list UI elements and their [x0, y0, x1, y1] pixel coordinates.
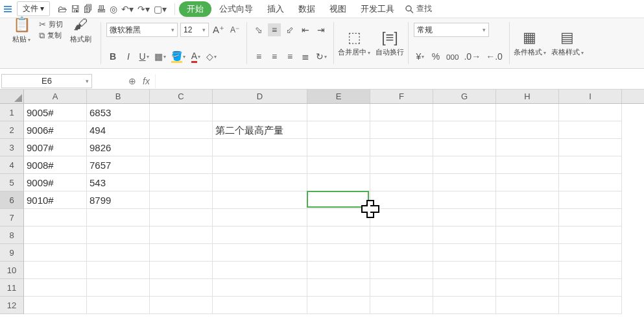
- italic-button[interactable]: I: [122, 50, 135, 63]
- cell-C3[interactable]: [150, 139, 213, 156]
- cell-E11[interactable]: [307, 279, 370, 297]
- cell-I4[interactable]: [559, 156, 622, 174]
- table-style-button[interactable]: ▤ 表格样式▾: [549, 19, 586, 67]
- cell-A4[interactable]: 9008#: [24, 156, 87, 174]
- row-header-10[interactable]: 10: [0, 262, 24, 279]
- column-header-G[interactable]: G: [433, 90, 496, 103]
- cell-C11[interactable]: [150, 279, 213, 297]
- cell-B3[interactable]: 9826: [87, 139, 150, 156]
- cell-A5[interactable]: 9009#: [24, 174, 87, 191]
- cell-A10[interactable]: [24, 262, 87, 279]
- row-header-2[interactable]: 2: [0, 121, 24, 139]
- cell-A3[interactable]: 9007#: [24, 139, 87, 156]
- column-header-B[interactable]: B: [87, 90, 150, 103]
- cell-A6[interactable]: 9010#: [24, 191, 87, 209]
- save-icon[interactable]: 🖫: [71, 4, 80, 14]
- tab-data[interactable]: 数据: [292, 1, 322, 18]
- tab-start[interactable]: 开始: [179, 1, 211, 17]
- cell-F12[interactable]: [370, 297, 433, 314]
- row-header-1[interactable]: 1: [0, 104, 24, 121]
- cell-F6[interactable]: [370, 191, 433, 209]
- cell-G3[interactable]: [433, 139, 496, 156]
- column-header-A[interactable]: A: [24, 90, 87, 103]
- cell-C9[interactable]: [150, 244, 213, 262]
- cell-B5[interactable]: 543: [87, 174, 150, 191]
- cell-F11[interactable]: [370, 279, 433, 297]
- cell-I10[interactable]: [559, 262, 622, 279]
- cell-I8[interactable]: [559, 227, 622, 244]
- cell-A8[interactable]: [24, 227, 87, 244]
- bold-button[interactable]: B: [106, 50, 119, 63]
- cell-D7[interactable]: [213, 209, 307, 227]
- new-icon[interactable]: ▢▾: [154, 4, 167, 14]
- cell-C10[interactable]: [150, 262, 213, 279]
- cell-H4[interactable]: [496, 156, 559, 174]
- cell-H11[interactable]: [496, 279, 559, 297]
- decrease-font-button[interactable]: A⁻: [228, 23, 241, 36]
- cell-C8[interactable]: [150, 227, 213, 244]
- column-header-F[interactable]: F: [370, 90, 433, 103]
- paste-button[interactable]: 📋 粘贴▾: [6, 15, 36, 45]
- cell-H8[interactable]: [496, 227, 559, 244]
- tab-insert[interactable]: 插入: [261, 1, 291, 18]
- cell-D1[interactable]: [213, 104, 307, 121]
- cell-E2[interactable]: [307, 121, 370, 139]
- align-right-button[interactable]: ≡: [283, 50, 296, 63]
- cell-B12[interactable]: [87, 297, 150, 314]
- cell-D2[interactable]: 第二个最高产量: [213, 121, 307, 139]
- print-icon[interactable]: 🖶: [97, 4, 106, 14]
- row-header-8[interactable]: 8: [0, 227, 24, 244]
- cell-F7[interactable]: [370, 209, 433, 227]
- row-header-4[interactable]: 4: [0, 156, 24, 174]
- align-center-button[interactable]: ≡: [268, 50, 281, 63]
- format-painter-button[interactable]: 🖌 格式刷: [66, 15, 95, 45]
- column-header-H[interactable]: H: [496, 90, 559, 103]
- cell-B10[interactable]: [87, 262, 150, 279]
- cell-C4[interactable]: [150, 156, 213, 174]
- clear-format-button[interactable]: ◇▾: [205, 50, 218, 63]
- cell-D10[interactable]: [213, 262, 307, 279]
- number-format-combo[interactable]: 常规▾: [414, 23, 489, 37]
- cell-E9[interactable]: [307, 244, 370, 262]
- print-preview-icon[interactable]: ◎: [110, 4, 117, 14]
- cut-button[interactable]: ✂剪切: [39, 19, 63, 29]
- orientation-button[interactable]: ↻▾: [315, 50, 328, 63]
- increase-decimal-button[interactable]: .0→: [462, 50, 482, 63]
- search-box[interactable]: 查找: [405, 3, 432, 14]
- cell-I2[interactable]: [559, 121, 622, 139]
- justify-button[interactable]: ≣: [299, 50, 312, 63]
- cell-D3[interactable]: [213, 139, 307, 156]
- cell-D5[interactable]: [213, 174, 307, 191]
- cell-H3[interactable]: [496, 139, 559, 156]
- cell-A1[interactable]: 9005#: [24, 104, 87, 121]
- cell-F2[interactable]: [370, 121, 433, 139]
- cell-E4[interactable]: [307, 156, 370, 174]
- font-name-combo[interactable]: 微软雅黑▾: [106, 23, 178, 37]
- cell-A2[interactable]: 9006#: [24, 121, 87, 139]
- cell-E6[interactable]: [307, 191, 370, 209]
- row-header-3[interactable]: 3: [0, 139, 24, 156]
- align-left-button[interactable]: ≡: [252, 50, 265, 63]
- app-menu-icon[interactable]: [3, 4, 13, 14]
- increase-font-button[interactable]: A⁺: [211, 23, 226, 36]
- row-header-5[interactable]: 5: [0, 174, 24, 191]
- cell-E1[interactable]: [307, 104, 370, 121]
- save-as-icon[interactable]: 🗐: [84, 4, 93, 14]
- tab-devtools[interactable]: 开发工具: [354, 1, 401, 18]
- column-header-C[interactable]: C: [150, 90, 213, 103]
- cell-G5[interactable]: [433, 174, 496, 191]
- cell-I1[interactable]: [559, 104, 622, 121]
- tab-view[interactable]: 视图: [323, 1, 353, 18]
- cell-B4[interactable]: 7657: [87, 156, 150, 174]
- cell-E3[interactable]: [307, 139, 370, 156]
- cell-G4[interactable]: [433, 156, 496, 174]
- decrease-indent-button[interactable]: ⇤: [299, 23, 312, 36]
- cell-G9[interactable]: [433, 244, 496, 262]
- conditional-format-button[interactable]: ▦ 条件格式▾: [511, 19, 549, 67]
- cell-F4[interactable]: [370, 156, 433, 174]
- cell-D9[interactable]: [213, 244, 307, 262]
- cell-I5[interactable]: [559, 174, 622, 191]
- cell-H10[interactable]: [496, 262, 559, 279]
- cell-C12[interactable]: [150, 297, 213, 314]
- font-size-combo[interactable]: 12▾: [180, 23, 209, 37]
